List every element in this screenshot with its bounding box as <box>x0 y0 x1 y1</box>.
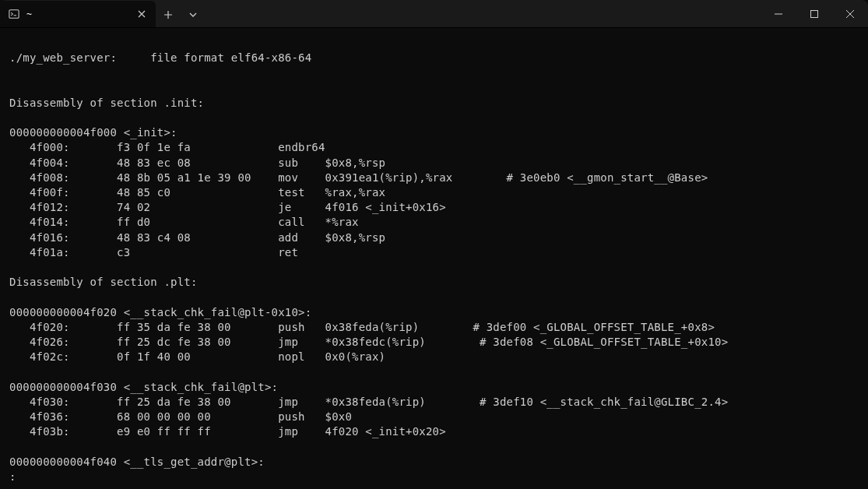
cursor <box>16 471 17 484</box>
terminal-icon <box>8 8 20 20</box>
terminal-tab[interactable]: ~ <box>0 1 156 27</box>
tab-strip: ~ <box>0 0 761 27</box>
titlebar: ~ <box>0 0 868 28</box>
terminal-lines: ./my_web_server: file format elf64-x86-6… <box>9 51 728 483</box>
svg-rect-0 <box>9 10 19 19</box>
maximize-button[interactable] <box>796 0 832 28</box>
close-button[interactable] <box>832 0 868 28</box>
tab-close-button[interactable] <box>135 8 148 20</box>
minimize-button[interactable] <box>761 0 796 28</box>
window-controls <box>761 0 868 27</box>
new-tab-button[interactable] <box>156 2 181 27</box>
svg-rect-1 <box>811 11 818 18</box>
tab-dropdown-button[interactable] <box>181 2 206 27</box>
tab-title: ~ <box>26 9 129 19</box>
terminal-output[interactable]: ./my_web_server: file format elf64-x86-6… <box>0 28 868 489</box>
